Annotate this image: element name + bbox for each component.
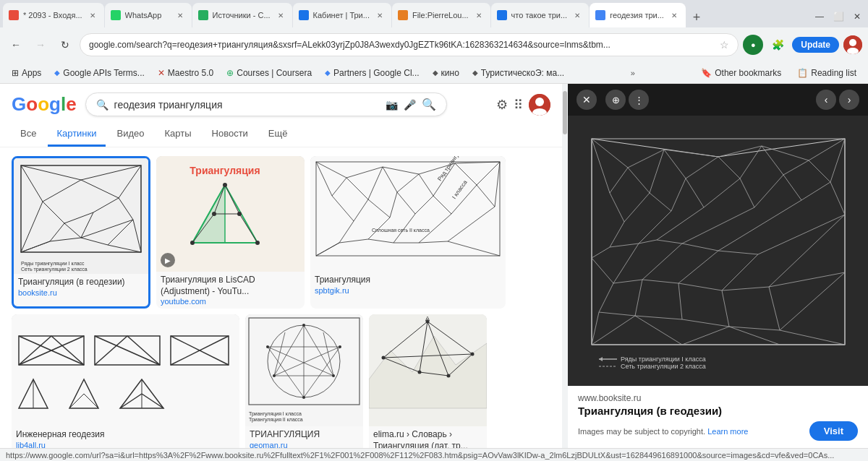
filter-maps[interactable]: Карты — [156, 122, 200, 147]
image-grid: Ряды триангуляции I класс Сеть триангуля… — [0, 150, 562, 448]
forward-button[interactable]: → — [30, 35, 51, 55]
tab-7-close[interactable]: ✕ — [668, 9, 680, 21]
page-scrollbar[interactable] — [562, 84, 568, 448]
image-card-4[interactable]: Инженерная геодезия lib4all.ru — [12, 314, 239, 448]
bookmark-google-apis[interactable]: ◆ Google APIs Terms... — [48, 66, 150, 79]
tab-7[interactable]: геодезия три... ✕ — [590, 3, 686, 27]
search-bar-icon: 🔍 — [96, 99, 109, 111]
image-card-5-source: geoman.ru — [250, 441, 359, 448]
google-search-bar[interactable]: 🔍 📷 🎤 🔍 — [85, 92, 447, 116]
google-header-right: ⚙ ⠿ — [496, 94, 550, 116]
image-card-1[interactable]: Ряды триангуляции I класс Сеть триангуля… — [12, 156, 150, 309]
tab-5-close[interactable]: ✕ — [473, 9, 485, 21]
image-card-1-info: Триангуляция (в геодезии) booksite.ru — [14, 274, 148, 300]
close-window-button[interactable]: ✕ — [849, 9, 865, 25]
reading-list-button[interactable]: 📋 Reading list — [791, 66, 862, 79]
bookmark-apps[interactable]: ⊞ Apps — [6, 66, 47, 79]
minimize-button[interactable]: — — [812, 9, 827, 25]
panel-prev-button[interactable]: ‹ — [816, 90, 836, 110]
image-card-2-title: Триангуляция в LisCAD (Adjustment) - You… — [161, 275, 300, 297]
url-bar[interactable]: google.com/search?q=геодезия+триангуляци… — [80, 33, 739, 56]
panel-zoom-icon[interactable]: ⊕ — [605, 90, 626, 110]
image-card-3-info: Триангуляция spbtgik.ru — [310, 272, 506, 298]
bookmarks-bar: ⊞ Apps ◆ Google APIs Terms... ✕ Maestro … — [0, 62, 868, 84]
svg-text:Сплошная сеть II класса: Сплошная сеть II класса — [372, 228, 430, 233]
filter-video[interactable]: Видео — [109, 122, 153, 147]
scrollbar-thumb[interactable] — [563, 91, 567, 134]
bookmark-google-apis-label: Google APIs Terms... — [63, 68, 145, 78]
tab-6[interactable]: что такое три... ✕ — [491, 3, 590, 27]
panel-more-icon[interactable]: ⋮ — [629, 90, 649, 110]
panel-next-button[interactable]: › — [839, 90, 859, 110]
settings-icon[interactable]: ⚙ — [496, 97, 508, 113]
tab-6-title: что такое три... — [511, 11, 568, 20]
apps-icon: ⊞ — [12, 68, 19, 78]
apps-grid-icon[interactable]: ⠿ — [514, 97, 523, 113]
panel-header: ✕ ⊕ ⋮ ‹ › — [568, 84, 868, 116]
bookmark-other-button[interactable]: 🔖 Other bookmarks — [695, 66, 787, 79]
tab-3-close[interactable]: ✕ — [275, 9, 286, 21]
bookmark-kino[interactable]: ◆ кино — [427, 66, 465, 79]
svg-point-44 — [212, 212, 216, 216]
refresh-button[interactable]: ↻ — [55, 35, 75, 55]
reading-list-label: Reading list — [811, 68, 856, 78]
tab-1-title: * 2093 - Входя... — [23, 11, 82, 20]
tab-2[interactable]: WhatsApp ✕ — [105, 3, 192, 27]
tab-4[interactable]: Кабинет | Три... ✕ — [293, 3, 391, 27]
tab-5[interactable]: File:PierreLou... ✕ — [392, 3, 490, 27]
filter-images[interactable]: Картинки — [48, 122, 105, 147]
bookmark-partners[interactable]: ◆ Partners | Google Cl... — [319, 66, 425, 79]
filter-more[interactable]: Ещё — [260, 122, 297, 147]
filter-all[interactable]: Все — [12, 122, 45, 147]
image-card-3[interactable]: Ряд триангуляции I класса Сплошная сеть … — [310, 156, 506, 309]
profile-circle-icon[interactable]: ● — [743, 35, 763, 55]
filter-news[interactable]: Новости — [203, 122, 257, 147]
image-row-2: Инженерная геодезия lib4all.ru — [12, 314, 550, 448]
panel-visit-button[interactable]: Visit — [809, 421, 858, 441]
tourist-icon: ◆ — [472, 69, 478, 77]
maximize-button[interactable]: ⬜ — [830, 9, 846, 25]
toolbar-right: ● 🧩 Update — [743, 35, 862, 55]
bookmark-maestro[interactable]: ✕ Maestro 5.0 — [152, 66, 219, 79]
tab-1-close[interactable]: ✕ — [87, 9, 98, 21]
bookmark-tourist-label: ТуристическоЭ: ма... — [481, 68, 564, 78]
voice-search-icon[interactable]: 🎤 — [404, 99, 416, 111]
panel-close-button[interactable]: ✕ — [576, 90, 597, 110]
tab-2-close[interactable]: ✕ — [174, 9, 186, 21]
bookmark-apps-label: Apps — [22, 68, 41, 78]
new-tab-button[interactable]: + — [686, 7, 707, 27]
bookmark-star-icon[interactable]: ☆ — [720, 39, 729, 51]
extension-icon[interactable]: 🧩 — [767, 35, 788, 55]
tab-6-close[interactable]: ✕ — [571, 9, 583, 21]
image-card-6[interactable]: A elima.ru › Словарь › Триангуляция (лат… — [369, 314, 487, 448]
svg-point-4 — [535, 98, 544, 106]
image-card-4-info: Инженерная геодезия lib4all.ru — [12, 426, 239, 448]
back-button[interactable]: ← — [6, 35, 26, 55]
tab-3-title: Источники - С... — [213, 11, 271, 20]
bookmarks-more-button[interactable]: » — [626, 67, 639, 79]
tab-4-close[interactable]: ✕ — [374, 9, 386, 21]
profile-avatar[interactable] — [843, 35, 862, 54]
image-card-5[interactable]: Триангуляция I класса Триангуляция II кл… — [245, 314, 363, 448]
tab-1[interactable]: * 2093 - Входя... ✕ — [3, 3, 104, 27]
panel-footer: www.booksite.ru Триангуляция (в геодезии… — [568, 386, 868, 448]
google-search-input[interactable] — [114, 99, 380, 111]
image-card-3-source: spbtgik.ru — [315, 286, 501, 295]
panel-navigation: ‹ › — [816, 90, 859, 110]
learn-more-link[interactable]: Learn more — [707, 427, 748, 436]
update-button[interactable]: Update — [792, 37, 839, 53]
reading-list-icon: 📋 — [797, 68, 808, 78]
tab-3[interactable]: Источники - С... ✕ — [192, 3, 292, 27]
camera-search-icon[interactable]: 📷 — [386, 99, 398, 111]
maestro-icon: ✕ — [158, 68, 165, 78]
google-search-submit-icon[interactable]: 🔍 — [422, 98, 436, 111]
panel-visit-row: Images may be subject to copyright. Lear… — [578, 421, 858, 441]
status-bar: https://www.google.com/url?sa=i&url=http… — [0, 448, 868, 461]
google-logo: Google — [12, 93, 77, 116]
tab-4-title: Кабинет | Три... — [313, 11, 370, 20]
bookmark-coursera[interactable]: ⊕ Courses | Coursera — [221, 66, 318, 79]
copyright-label: Images may be subject to copyright. — [578, 427, 705, 436]
image-card-2[interactable]: Триангуляция — [156, 156, 305, 309]
bookmark-tourist[interactable]: ◆ ТуристическоЭ: ма... — [467, 66, 570, 79]
google-profile-avatar[interactable] — [529, 94, 550, 116]
